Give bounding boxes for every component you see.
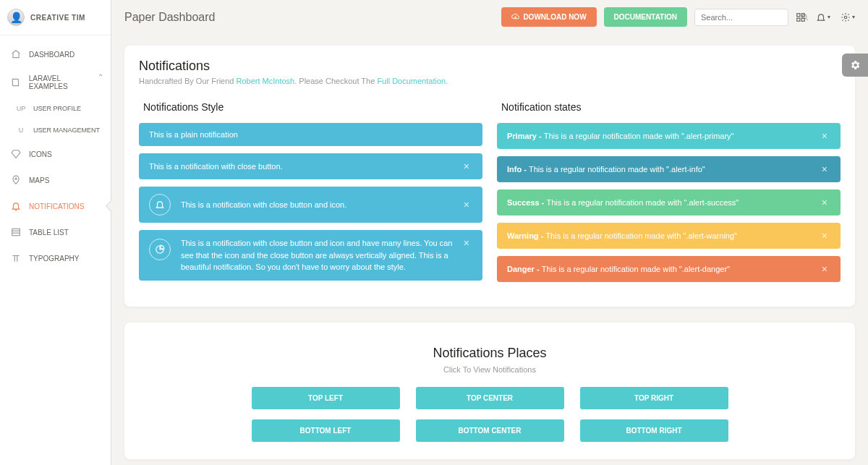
alert-plain: This is a plain notification [139, 123, 482, 146]
places-title: Notifications Places [132, 346, 848, 361]
place-top-left[interactable]: TOP LEFT [252, 387, 400, 409]
svg-rect-7 [797, 13, 800, 16]
settings-float-button[interactable] [842, 54, 868, 77]
sidebar-item-icons[interactable]: ICONS [0, 141, 111, 167]
close-icon[interactable]: × [819, 230, 830, 242]
place-bottom-center[interactable]: BOTTOM CENTER [416, 419, 564, 442]
sidebar-item-notifications[interactable]: NOTIFICATIONS [0, 193, 111, 219]
chart-icon [149, 239, 171, 260]
documentation-button[interactable]: DOCUMENTATION [604, 7, 687, 27]
close-icon[interactable]: × [461, 237, 472, 249]
alert-primary: Primary - This is a regular notification… [497, 123, 841, 149]
diamond-icon [10, 148, 22, 160]
bell-icon [10, 200, 22, 212]
link-docs[interactable]: Full Documentation. [377, 77, 448, 85]
sidebar-item-label: MAPS [29, 176, 49, 184]
notifications-card: Notifications Handcrafted By Our Friend … [124, 46, 855, 307]
notifications-style-col: Notifications Style This is a plain noti… [139, 93, 482, 289]
sidebar-nav: DASHBOARD LARAVEL EXAMPLES ⌃ UP USER PRO… [0, 35, 111, 461]
sidebar-item-label: TYPOGRAPHY [29, 255, 79, 263]
sidebar-item-typography[interactable]: TYPOGRAPHY [0, 245, 111, 271]
bell-icon [149, 194, 171, 216]
sidebar-item-user-profile[interactable]: UP USER PROFILE [0, 98, 111, 119]
close-icon[interactable]: × [461, 199, 472, 210]
chevron-down-icon: ▾ [852, 14, 855, 20]
sidebar-item-label: USER MANAGEMENT [33, 127, 100, 134]
alert-danger: Danger - This is a regular notification … [497, 256, 841, 282]
alert-info: Info - This is a regular notification ma… [497, 156, 841, 182]
book-icon [10, 77, 22, 88]
topbar: Paper Dashboard DOWNLOAD NOW DOCUMENTATI… [111, 0, 868, 34]
link-author[interactable]: Robert McIntosh [237, 77, 295, 85]
close-icon[interactable]: × [819, 263, 830, 275]
place-top-right[interactable]: TOP RIGHT [580, 387, 728, 409]
card-subtitle: Handcrafted By Our Friend Robert McIntos… [139, 77, 841, 85]
notification-states-col: Notification states Primary - This is a … [497, 93, 841, 289]
sidebar: 👤 CREATIVE TIM DASHBOARD LARAVEL EXAMPLE… [0, 0, 111, 465]
alert-close: This is a notification with close button… [139, 153, 482, 179]
places-grid: TOP LEFT TOP CENTER TOP RIGHT BOTTOM LEF… [132, 387, 848, 442]
grid-icon[interactable] [796, 12, 806, 22]
sidebar-item-label: NOTIFICATIONS [29, 202, 84, 210]
page-title: Paper Dashboard [124, 11, 494, 24]
alert-warning: Warning - This is a regular notification… [497, 223, 841, 249]
places-subtitle: Click To View Notifications [132, 365, 848, 374]
gear-icon [849, 59, 861, 71]
sidebar-item-table[interactable]: TABLE LIST [0, 219, 111, 245]
search-input[interactable] [701, 13, 801, 22]
svg-point-0 [15, 178, 17, 179]
alert-icon: This is a notification with close button… [139, 187, 482, 223]
avatar: 👤 [7, 9, 25, 26]
place-top-center[interactable]: TOP CENTER [416, 387, 564, 409]
download-button[interactable]: DOWNLOAD NOW [501, 7, 596, 27]
sidebar-item-maps[interactable]: MAPS [0, 167, 111, 193]
place-bottom-right[interactable]: BOTTOM RIGHT [580, 419, 728, 442]
brand-name: CREATIVE TIM [30, 14, 85, 22]
svg-rect-1 [12, 229, 20, 235]
sidebar-item-dashboard[interactable]: DASHBOARD [0, 41, 111, 67]
col-title-right: Notification states [497, 101, 841, 113]
alert-success: Success - This is a regular notification… [497, 189, 841, 216]
brand[interactable]: 👤 CREATIVE TIM [0, 0, 111, 35]
sidebar-item-user-management[interactable]: U USER MANAGEMENT [0, 119, 111, 141]
notifications-places-card: Notifications Places Click To View Notif… [124, 323, 855, 459]
svg-rect-9 [797, 18, 800, 21]
card-title: Notifications [139, 59, 841, 74]
close-icon[interactable]: × [461, 161, 472, 172]
gear-dropdown[interactable]: ▾ [841, 12, 855, 22]
sidebar-item-label: USER PROFILE [33, 105, 81, 112]
mini-label: U [16, 127, 26, 134]
close-icon[interactable]: × [819, 197, 830, 208]
svg-rect-10 [801, 18, 804, 21]
topbar-icons: ▾ ▾ [796, 12, 855, 22]
list-icon [10, 226, 22, 238]
bell-dropdown[interactable]: ▾ [816, 12, 830, 22]
alert-multi: This is a notification with close button… [139, 230, 482, 281]
search-wrapper[interactable] [694, 9, 788, 26]
sidebar-item-label: DASHBOARD [29, 51, 75, 59]
cloud-download-icon [511, 13, 519, 21]
svg-point-11 [844, 16, 847, 19]
chevron-down-icon: ▾ [827, 14, 830, 20]
close-icon[interactable]: × [819, 163, 830, 175]
chevron-up-icon: ⌃ [98, 73, 103, 81]
mini-label: UP [16, 105, 26, 112]
bank-icon [10, 48, 22, 60]
text-icon [10, 252, 22, 264]
sidebar-item-label: ICONS [29, 150, 52, 158]
col-title-left: Notifications Style [139, 101, 482, 113]
place-bottom-left[interactable]: BOTTOM LEFT [252, 419, 400, 442]
sidebar-item-label: LARAVEL EXAMPLES [29, 74, 101, 90]
svg-rect-8 [801, 13, 804, 16]
sidebar-item-laravel[interactable]: LARAVEL EXAMPLES ⌃ [0, 67, 111, 98]
sidebar-item-label: TABLE LIST [29, 229, 69, 236]
pin-icon [10, 174, 22, 186]
close-icon[interactable]: × [819, 130, 830, 142]
